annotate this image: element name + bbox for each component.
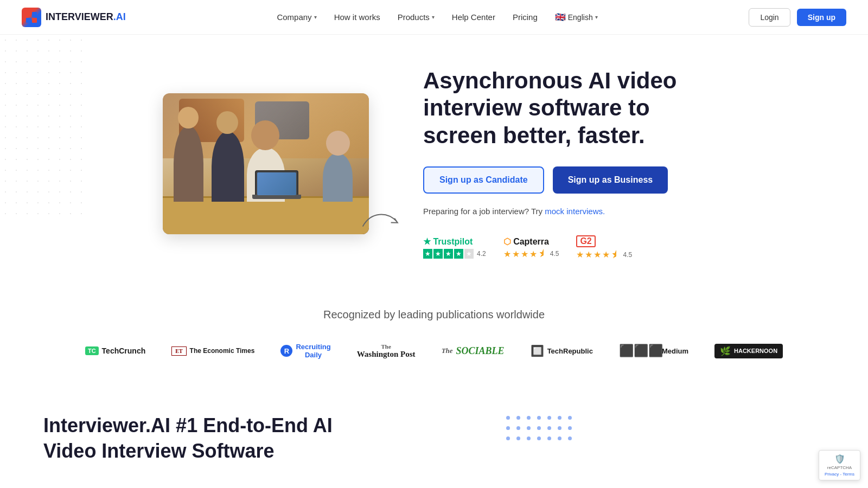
dots-decoration (0, 35, 87, 219)
mock-interviews-link[interactable]: mock interviews. (545, 207, 605, 216)
hero-content: Asynchronous AI video interview software… (423, 67, 705, 260)
flag-icon: 🇬🇧 (555, 12, 566, 22)
washington-post-logo[interactable]: The Washington Post (357, 343, 416, 359)
login-button[interactable]: Login (749, 8, 790, 27)
recaptcha-badge: 🛡️ reCAPTCHA Privacy - Terms (819, 450, 860, 480)
techcrunch-logo[interactable]: TC TechCrunch (85, 346, 145, 355)
hero-photo (163, 93, 369, 234)
publications-section: Recognized by leading publications world… (0, 281, 868, 381)
bottom-title: Interviewer.AI #1 End-to-End AI Video In… (43, 413, 412, 464)
signup-button[interactable]: Sign up (797, 9, 846, 26)
signup-candidate-button[interactable]: Sign up as Candidate (423, 166, 544, 194)
hackernoon-leaf-icon: 🌿 (720, 346, 731, 356)
nav-products[interactable]: Products ▾ (398, 12, 435, 22)
capterra-rating: ⬡ Capterra ★ ★ ★ ★ ⯨ 4.5 (503, 236, 559, 259)
signup-business-button[interactable]: Sign up as Business (553, 166, 668, 194)
g2-score: 4.5 (623, 251, 632, 259)
trustpilot-logo: ★ Trustpilot (423, 236, 473, 247)
capterra-stars: ★ ★ ★ ★ ⯨ 4.5 (503, 249, 559, 259)
medium-logo[interactable]: ⬛⬛⬛ Medium (619, 344, 688, 358)
recaptcha-links[interactable]: Privacy - Terms (825, 472, 854, 477)
hero-title: Asynchronous AI video interview software… (423, 67, 705, 149)
logo[interactable]: INTERVIEWER.AI (22, 8, 126, 27)
nav-actions: Login Sign up (749, 8, 846, 27)
hero-subtext: Preparing for a job interview? Try mock … (423, 207, 705, 216)
company-chevron-icon: ▾ (314, 14, 317, 20)
ratings-section: ★ Trustpilot ★ ★ ★ ★ ★ 4.2 ⬡ Capterra (423, 235, 705, 260)
capterra-logo: ⬡ Capterra (503, 236, 549, 247)
nav-pricing[interactable]: Pricing (513, 12, 538, 22)
language-chevron-icon: ▾ (595, 14, 598, 20)
bottom-text: Interviewer.AI #1 End-to-End AI Video In… (43, 413, 412, 464)
logo-text: INTERVIEWER.AI (46, 11, 126, 23)
economic-times-logo[interactable]: ET The Economic Times (171, 346, 254, 356)
navbar: INTERVIEWER.AI Company ▾ How it works Pr… (0, 0, 868, 35)
publications-logos: TC TechCrunch ET The Economic Times R Re… (22, 343, 846, 359)
hero-buttons: Sign up as Candidate Sign up as Business (423, 166, 705, 194)
publications-title: Recognized by leading publications world… (22, 309, 846, 321)
recruiting-daily-logo[interactable]: R RecruitingDaily (280, 343, 330, 359)
medium-icon: ⬛⬛⬛ (619, 344, 663, 358)
g2-stars: ★ ★ ★ ★ ⯨ 4.5 (576, 249, 632, 260)
svg-rect-1 (32, 12, 37, 17)
nav-links: Company ▾ How it works Products ▾ Help C… (277, 12, 597, 22)
g2-logo: G2 (576, 235, 595, 247)
language-selector[interactable]: 🇬🇧 English ▾ (555, 12, 598, 22)
nav-company[interactable]: Company ▾ (277, 12, 316, 22)
g2-rating: G2 ★ ★ ★ ★ ⯨ 4.5 (576, 235, 632, 260)
trustpilot-stars: ★ ★ ★ ★ ★ 4.2 (423, 249, 486, 259)
hero-image-column (163, 93, 380, 234)
svg-rect-3 (32, 18, 37, 23)
bottom-image-placeholder (503, 413, 720, 488)
recaptcha-icon: 🛡️ (834, 454, 845, 464)
dots-grid-decoration: // Will be rendered by inline generation… (456, 462, 493, 473)
hackernoon-logo[interactable]: 🌿 HACKERNOON (714, 344, 783, 358)
svg-rect-0 (26, 12, 31, 17)
recaptcha-label: reCAPTCHA (827, 465, 852, 471)
bottom-teaser-section: Interviewer.AI #1 End-to-End AI Video In… (0, 381, 868, 488)
hero-section: Asynchronous AI video interview software… (0, 35, 868, 281)
sociable-logo[interactable]: The SOCIABLE (442, 345, 505, 357)
products-chevron-icon: ▾ (432, 14, 435, 20)
logo-icon (22, 8, 41, 27)
techrepublic-logo[interactable]: 🔲 TechRepublic (531, 344, 593, 357)
capterra-score: 4.5 (550, 250, 559, 258)
trustpilot-score: 4.2 (477, 250, 486, 258)
techrepublic-icon: 🔲 (531, 344, 544, 357)
svg-rect-2 (26, 18, 31, 23)
trustpilot-rating: ★ Trustpilot ★ ★ ★ ★ ★ 4.2 (423, 236, 486, 259)
arrow-decoration (355, 204, 404, 243)
nav-help-center[interactable]: Help Center (452, 12, 495, 22)
nav-how-it-works[interactable]: How it works (334, 12, 380, 22)
